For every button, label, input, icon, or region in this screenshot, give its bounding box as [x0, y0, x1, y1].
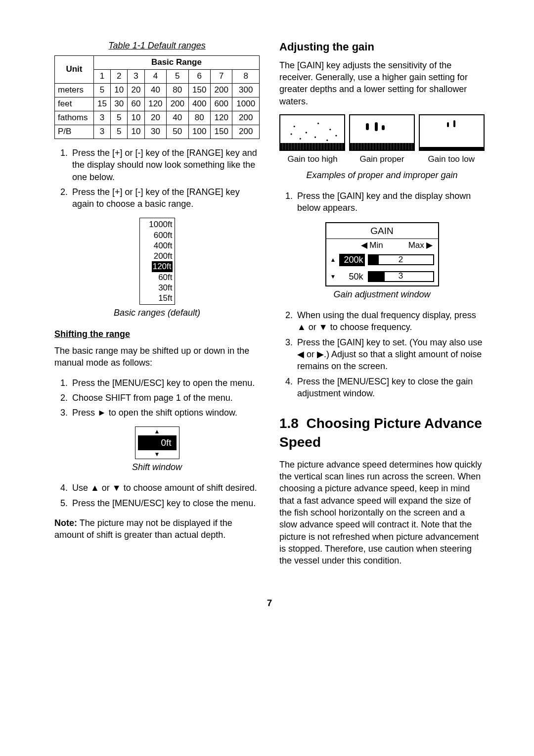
gain-proper-icon — [349, 114, 415, 151]
note-paragraph: Note: The picture may not be displayed i… — [54, 517, 260, 541]
selected-range: 120ft — [152, 261, 173, 272]
shift-heading: Shifting the range — [54, 328, 260, 340]
up-triangle-icon: ▲ — [330, 256, 336, 264]
basic-range-header: Basic Range — [93, 56, 259, 70]
min-label: ◀ Min — [361, 240, 408, 251]
list-item: Use ▲ or ▼ to choose amount of shift des… — [70, 482, 260, 494]
down-arrow-icon: ▼ — [138, 451, 177, 457]
default-ranges-table: Unit Basic Range 1 2 3 4 5 6 7 8 meters … — [54, 55, 260, 139]
shift-value: 0ft — [138, 435, 177, 450]
table-row: P/B 35103050100150200 — [55, 125, 260, 139]
shift-window-figure: ▲ 0ft ▼ — [135, 426, 179, 459]
list-item: Press ► to open the shift options window… — [70, 407, 260, 419]
list-item: Press the [GAIN] key and the display sho… — [295, 190, 485, 214]
section-1-8-heading: 1.8 Choosing Picture Advance Speed — [279, 414, 485, 452]
shift-steps-2: Use ▲ or ▼ to choose amount of shift des… — [54, 482, 260, 509]
gain-steps-1: Press the [GAIN] key and the display sho… — [279, 190, 485, 214]
shift-steps-1: Press the [MENU/ESC] key to open the men… — [54, 377, 260, 419]
gain-too-low-icon — [419, 114, 485, 151]
shift-caption: Shift window — [54, 461, 260, 473]
section-1-8-text: The picture advance speed determines how… — [279, 459, 485, 567]
table-row: feet 1530601202004006001000 — [55, 97, 260, 111]
gain-steps-2: When using the dual frequency display, p… — [279, 309, 485, 399]
shift-intro: The basic range may be shifted up or dow… — [54, 345, 260, 369]
gain-example-caption: Examples of proper and improper gain — [279, 169, 485, 181]
list-item: Press the [MENU/ESC] key to open the men… — [70, 377, 260, 389]
max-label: Max ▶ — [408, 240, 433, 251]
list-item: Press the [MENU/ESC] key to close the ga… — [295, 376, 485, 400]
gain-window-title: GAIN — [326, 223, 438, 239]
page-number: 7 — [54, 597, 485, 610]
list-item: When using the dual frequency display, p… — [295, 309, 485, 333]
gain-example-icons — [279, 114, 485, 151]
note-text: The picture may not be displayed if the … — [54, 518, 232, 540]
list-item: Press the [GAIN] key to set. (You may al… — [295, 336, 485, 373]
basic-range-list: 1000ft 600ft 400ft 200ft 120ft 60ft 30ft… — [139, 218, 175, 305]
unit-header: Unit — [55, 56, 94, 84]
list-item: Press the [+] or [-] key of the [RANGE] … — [70, 186, 260, 210]
gain-adjustment-window: GAIN ◀ Min Max ▶ ▲ 200k 2 ▼ 50k 3 — [325, 222, 439, 286]
adjusting-gain-heading: Adjusting the gain — [279, 40, 485, 54]
table-row: meters 510204080150200300 — [55, 84, 260, 97]
down-triangle-icon: ▼ — [330, 273, 336, 281]
up-arrow-icon: ▲ — [138, 428, 177, 434]
gain-window-caption: Gain adjustment window — [279, 288, 485, 300]
gain-intro: The [GAIN] key adjusts the sensitivity o… — [279, 59, 485, 107]
gain-too-high-icon — [279, 114, 345, 151]
range-caption: Basic ranges (default) — [54, 307, 260, 319]
list-item: Choose SHIFT from page 1 of the menu. — [70, 392, 260, 404]
list-item: Press the [MENU/ESC] key to close the me… — [70, 497, 260, 509]
table-caption: Table 1-1 Default ranges — [54, 40, 260, 51]
freq-50k: 50k — [339, 271, 365, 283]
steps-press-range: Press the [+] or [-] key of the [RANGE] … — [54, 147, 260, 210]
gain-row-50k: ▼ 50k 3 — [326, 269, 438, 285]
gain-row-200k: ▲ 200k 2 — [326, 252, 438, 269]
list-item: Press the [+] or [-] key of the [RANGE] … — [70, 147, 260, 183]
note-label: Note: — [54, 518, 77, 528]
gain-labels: Gain too high Gain proper Gain too low — [279, 154, 485, 165]
table-row: fathoms 3510204080120200 — [55, 111, 260, 125]
freq-200k: 200k — [339, 254, 365, 266]
